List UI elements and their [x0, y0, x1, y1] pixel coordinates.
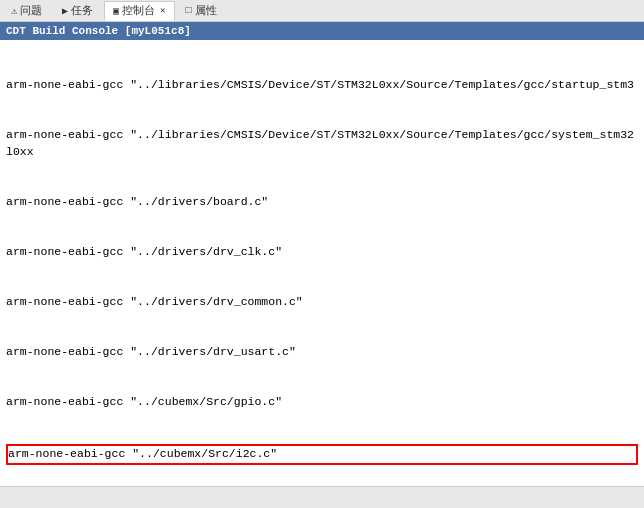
status-bar	[0, 486, 644, 508]
list-item: arm-none-eabi-gcc "../libraries/CMSIS/De…	[6, 77, 638, 94]
header-title: CDT Build Console [myL051c8]	[6, 25, 191, 37]
properties-icon: □	[186, 5, 192, 16]
tab-bar: ⚠ 问题 ▶ 任务 ▣ 控制台 ✕ □ 属性	[0, 0, 644, 22]
list-item: arm-none-eabi-gcc "../libraries/CMSIS/De…	[6, 127, 638, 160]
tab-console-close[interactable]: ✕	[160, 5, 165, 16]
tab-tasks-label: 任务	[71, 3, 93, 18]
tab-tasks[interactable]: ▶ 任务	[53, 1, 102, 21]
tasks-icon: ▶	[62, 5, 68, 17]
tab-properties[interactable]: □ 属性	[177, 1, 226, 21]
problems-icon: ⚠	[11, 5, 17, 17]
list-item: arm-none-eabi-gcc "../drivers/board.c"	[6, 194, 638, 211]
highlighted-line: arm-none-eabi-gcc "../cubemx/Src/i2c.c"	[6, 444, 638, 465]
list-item: arm-none-eabi-gcc "../drivers/drv_clk.c"	[6, 244, 638, 261]
tab-console-label: 控制台	[122, 3, 155, 18]
tab-console[interactable]: ▣ 控制台 ✕	[104, 1, 174, 21]
tab-problems[interactable]: ⚠ 问题	[2, 1, 51, 21]
list-item: arm-none-eabi-gcc "../drivers/drv_common…	[6, 294, 638, 311]
header-bar: CDT Build Console [myL051c8]	[0, 22, 644, 40]
console-icon: ▣	[113, 5, 119, 17]
list-item: arm-none-eabi-gcc "../drivers/drv_usart.…	[6, 344, 638, 361]
list-item: arm-none-eabi-gcc "../cubemx/Src/gpio.c"	[6, 394, 638, 411]
tab-problems-label: 问题	[20, 3, 42, 18]
console-area[interactable]: arm-none-eabi-gcc "../libraries/CMSIS/De…	[0, 40, 644, 486]
tab-properties-label: 属性	[195, 3, 217, 18]
